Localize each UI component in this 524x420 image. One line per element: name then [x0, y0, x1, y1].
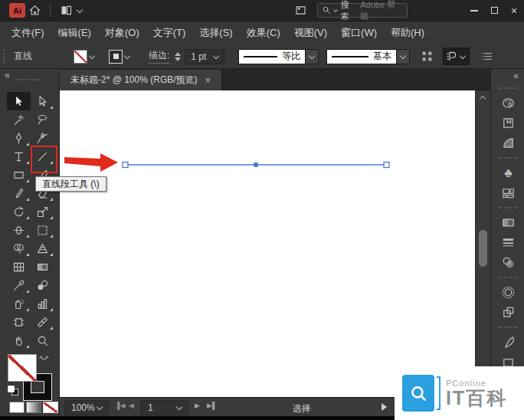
magic-wand-tool[interactable] — [7, 110, 31, 129]
gradient-quarter-panel-icon[interactable] — [496, 133, 519, 153]
selection-tool[interactable] — [7, 92, 31, 110]
column-graph-tool[interactable] — [31, 294, 54, 313]
stroke-panel-icon[interactable] — [496, 232, 519, 252]
menu-item-7[interactable]: 窗口(W) — [334, 26, 384, 40]
curvature-tool[interactable] — [31, 129, 54, 147]
pen-tool[interactable] — [7, 129, 31, 147]
color-button[interactable] — [9, 402, 25, 413]
layout-chevron-icon[interactable] — [77, 6, 83, 12]
perspective-grid-tool[interactable] — [31, 239, 54, 258]
gradient-panel-icon[interactable] — [496, 212, 519, 232]
menu-item-5[interactable]: 效果(C) — [240, 26, 287, 40]
rotate-tool[interactable] — [7, 202, 31, 221]
artboard-tool[interactable] — [7, 313, 31, 331]
menu-item-8[interactable]: 帮助(H) — [384, 26, 431, 40]
lasso-tool[interactable] — [31, 110, 54, 129]
artboard-number-value: 1 — [148, 402, 153, 413]
brush-definition-chevron-icon[interactable] — [397, 49, 410, 64]
gradient-button[interactable] — [26, 402, 41, 413]
tab-close-icon[interactable]: × — [205, 74, 211, 86]
artboard-navigation-dropdown[interactable]: 1 — [141, 400, 188, 415]
zoom-tool[interactable] — [31, 331, 54, 349]
toolbar-drag-handle[interactable] — [17, 79, 40, 80]
scroll-up-icon[interactable] — [480, 96, 486, 102]
vertical-scrollbar[interactable] — [475, 90, 490, 397]
blend-tool[interactable] — [31, 276, 54, 294]
app-logo-icon[interactable]: Ai — [9, 3, 25, 18]
swatches-panel-icon[interactable] — [496, 113, 519, 133]
shape-builder-tool[interactable] — [7, 239, 31, 258]
flyout-indicator — [50, 216, 53, 219]
panel-menu-icon[interactable] — [480, 50, 493, 63]
maximize-button[interactable] — [484, 2, 504, 19]
minimize-button[interactable] — [464, 2, 484, 19]
next-artboard-icon[interactable]: ▶ — [195, 402, 200, 409]
fill-chevron-icon[interactable] — [89, 52, 95, 58]
fill-color-swatch[interactable] — [74, 50, 87, 64]
width-profile-chevron-icon[interactable] — [306, 49, 319, 64]
brushes-panel-icon[interactable] — [496, 332, 519, 352]
dock-drag-handle[interactable] — [499, 207, 517, 208]
dock-drag-handle[interactable] — [499, 326, 517, 328]
menu-item-1[interactable]: 编辑(E) — [51, 26, 98, 40]
canvas-artboard[interactable] — [60, 90, 475, 397]
search-box[interactable]: 搜索 Adobe 帮助 — [317, 3, 408, 18]
dock-drag-handle[interactable] — [499, 87, 517, 89]
zoom-level-dropdown[interactable]: 100% — [64, 400, 109, 415]
graphic-styles-panel-icon[interactable] — [496, 302, 519, 322]
workspace-layout-icon[interactable] — [57, 2, 75, 19]
fill-swatch[interactable] — [8, 354, 37, 382]
menu-item-4[interactable]: 选择(S) — [192, 26, 239, 40]
last-artboard-icon[interactable]: ▶▌ — [207, 402, 217, 409]
dock-collapse-icon[interactable]: « — [513, 71, 519, 80]
menu-item-2[interactable]: 对象(O) — [98, 26, 146, 40]
slice-tool[interactable] — [31, 313, 54, 331]
previous-artboard-icon[interactable]: ◀ — [129, 402, 134, 409]
symbols-panel-icon[interactable]: ♣ — [496, 162, 519, 182]
menu-item-3[interactable]: 文字(T) — [146, 26, 193, 40]
transparency-panel-icon[interactable] — [496, 252, 519, 272]
stroke-color-swatch[interactable] — [109, 50, 123, 64]
menu-item-0[interactable]: 文件(F) — [5, 26, 51, 40]
hand-tool[interactable] — [7, 331, 31, 349]
type-tool[interactable] — [7, 147, 31, 166]
none-button[interactable] — [43, 402, 58, 413]
line-segment-object[interactable] — [60, 90, 475, 397]
eyedropper-tool[interactable] — [7, 276, 31, 294]
home-icon[interactable] — [25, 2, 44, 19]
color-panel-icon[interactable] — [496, 93, 519, 113]
gradient-tool[interactable] — [31, 258, 54, 276]
brush-definition-dropdown[interactable]: 基本 — [326, 49, 397, 64]
scrollbar-thumb[interactable] — [479, 230, 487, 267]
default-fill-stroke-icon[interactable] — [8, 386, 20, 396]
first-artboard-icon[interactable]: ▐◀ — [115, 402, 125, 409]
artboards-panel-icon[interactable] — [496, 182, 519, 202]
status-play-icon[interactable] — [382, 403, 387, 411]
free-transform-tool[interactable] — [31, 221, 54, 239]
stroke-weight-stepper[interactable] — [175, 52, 181, 61]
rectangle-tool[interactable] — [7, 166, 31, 184]
align-options-icon[interactable] — [421, 50, 434, 63]
scale-tool[interactable] — [31, 202, 54, 221]
stroke-options-icon[interactable] — [443, 48, 470, 65]
stroke-weight-field[interactable]: 1 pt — [185, 49, 224, 64]
dock-drag-handle[interactable] — [499, 157, 517, 159]
dock-drag-handle[interactable] — [499, 277, 517, 278]
stroke-chevron-icon[interactable] — [124, 52, 130, 58]
mesh-tool[interactable] — [7, 258, 31, 276]
swap-fill-stroke-icon[interactable] — [38, 353, 50, 367]
toolbar-collapse-icon[interactable]: « — [5, 71, 10, 80]
symbol-sprayer-tool[interactable] — [7, 294, 31, 313]
document-tab[interactable]: 未标题-2* @ 100% (RGB/预览) × — [60, 70, 222, 90]
stroke-label[interactable]: 描边: — [149, 49, 169, 64]
close-button[interactable]: × — [504, 2, 524, 19]
arrange-documents-icon[interactable] — [291, 2, 309, 19]
appearance-panel-icon[interactable] — [496, 282, 519, 302]
direct-selection-tool[interactable] — [31, 92, 54, 110]
shaper-tool[interactable] — [7, 184, 31, 202]
width-profile-dropdown[interactable]: 等比 — [238, 49, 306, 64]
panel-drag-handle[interactable] — [3, 50, 6, 64]
menu-item-6[interactable]: 视图(V) — [287, 26, 334, 40]
width-tool[interactable] — [7, 221, 31, 239]
titlebar: Ai 搜索 Adobe 帮助 × — [0, 0, 524, 21]
